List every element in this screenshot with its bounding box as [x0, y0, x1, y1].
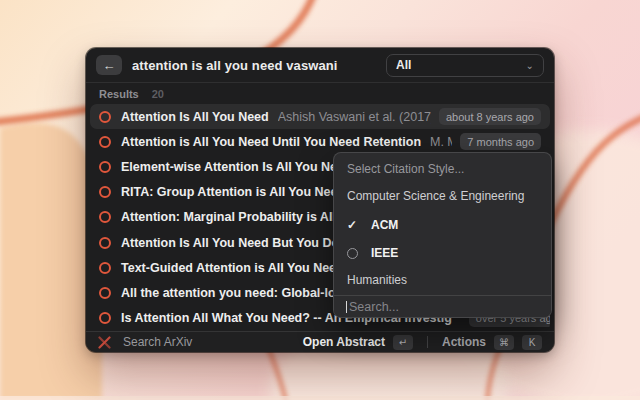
result-author: M. Murat Yaslioglu (2025) [430, 135, 452, 149]
circle-icon [99, 186, 111, 198]
command-key-icon: ⌘ [494, 335, 514, 350]
search-header: ← attention is all you need vaswani All … [86, 48, 554, 82]
result-row-1[interactable]: Attention Is All You Need Ashish Vaswani… [90, 104, 550, 129]
result-row-2[interactable]: Attention is All You Need Until You Need… [90, 129, 550, 154]
citation-option-ieee[interactable]: IEEE [340, 240, 545, 266]
results-label: Results [99, 88, 139, 100]
arxiv-logo-icon [98, 336, 111, 349]
section-humanities: Humanities [340, 273, 545, 287]
actions-button[interactable]: Actions [442, 335, 486, 349]
citation-style-dropdown: Select Citation Style... Computer Scienc… [333, 152, 552, 318]
citation-option-acm[interactable]: ✓ ACM [340, 212, 545, 238]
result-title: Element-wise Attention Is All You Need [121, 160, 352, 174]
search-query-input[interactable]: attention is all you need vaswani [132, 58, 338, 73]
result-age-badge: about 8 years ago [439, 108, 541, 125]
circle-icon [99, 136, 111, 148]
results-count: 20 [152, 88, 164, 100]
circle-icon [99, 312, 111, 324]
results-bar: Results 20 [86, 83, 554, 104]
circle-icon [99, 287, 111, 299]
category-filter-dropdown[interactable]: All ⌄ [386, 54, 544, 77]
result-author: Ashish Vaswani et al. (2017) [278, 110, 431, 124]
circle-icon [99, 211, 111, 223]
category-filter-value: All [396, 58, 411, 72]
footer-bar: Search ArXiv Open Abstract ↵ Actions ⌘ K [86, 331, 554, 352]
footer-divider [427, 336, 428, 348]
back-button[interactable]: ← [96, 55, 122, 75]
circle-icon [99, 161, 111, 173]
citation-dropdown-placeholder: Select Citation Style... [340, 162, 545, 176]
circle-icon [99, 237, 111, 249]
citation-option-label: IEEE [371, 246, 398, 260]
extension-name: Search ArXiv [123, 335, 192, 349]
back-arrow-icon: ← [103, 59, 116, 72]
chevron-down-icon: ⌄ [526, 60, 534, 71]
check-icon: ✓ [347, 218, 357, 232]
citation-option-label: ACM [371, 218, 398, 232]
circle-icon [99, 111, 111, 123]
section-cs-engineering: Computer Science & Engineering [340, 189, 545, 203]
result-title: Attention Is All You Need [121, 110, 269, 124]
result-age-badge: 7 months ago [460, 133, 541, 150]
result-title: Attention is All You Need Until You Need… [121, 135, 421, 149]
citation-search-field[interactable]: Search... [334, 295, 551, 317]
return-key-icon: ↵ [393, 335, 413, 350]
k-key-icon: K [522, 335, 542, 350]
open-abstract-button[interactable]: Open Abstract [303, 335, 385, 349]
citation-search-placeholder: Search... [349, 300, 399, 314]
radio-circle-icon [347, 248, 358, 259]
text-cursor [346, 301, 347, 313]
circle-icon [99, 262, 111, 274]
citation-style-list: Select Citation Style... Computer Scienc… [334, 153, 551, 295]
